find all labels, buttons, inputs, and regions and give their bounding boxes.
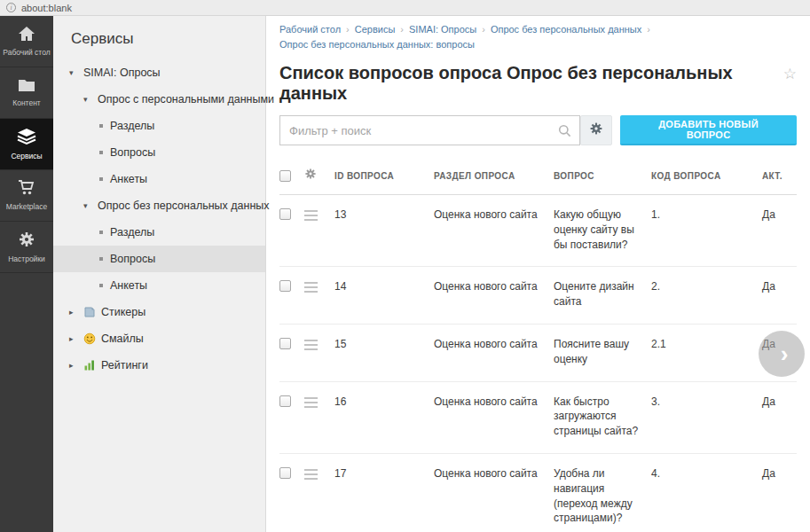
table-row[interactable]: 15 Оценка нового сайта Поясните вашу оце… [279, 325, 797, 382]
tree-item-razdely-1[interactable]: Разделы [53, 113, 265, 139]
cell-id: 15 [334, 337, 434, 352]
row-menu-icon[interactable] [304, 210, 318, 223]
table-row[interactable]: 17 Оценка нового сайта Удобна ли навигац… [279, 454, 797, 532]
select-all-checkbox[interactable] [279, 170, 291, 182]
tree-item-reitingi[interactable]: ▸ Рейтинги [53, 352, 265, 379]
row-checkbox[interactable] [279, 467, 291, 479]
cell-section: Оценка нового сайта [434, 279, 554, 294]
filter-search-box [279, 115, 580, 145]
chevron-right-icon: › [775, 342, 789, 365]
bullet-icon [99, 231, 103, 234]
header-gear-icon[interactable] [304, 168, 334, 184]
sidebar-item-services[interactable]: Сервисы [0, 119, 53, 170]
tree-item-ankety-1[interactable]: Анкеты [53, 166, 265, 192]
page-title: Список вопросов опроса Опрос без персона… [279, 63, 775, 104]
chevron-right-icon[interactable]: ▸ [69, 308, 79, 317]
cell-id: 16 [334, 395, 434, 410]
breadcrumb-item-simai-oprosy[interactable]: SIMAI: Опросы [409, 24, 476, 35]
table-row[interactable]: 14 Оценка нового сайта Оцените дизайн са… [279, 267, 797, 325]
sidebar-item-settings[interactable]: Настройки [0, 222, 53, 273]
cell-id: 14 [334, 279, 434, 294]
grid-settings-button[interactable] [580, 115, 613, 145]
filter-search-input[interactable] [280, 116, 579, 145]
chevron-right-icon[interactable]: ▸ [69, 361, 79, 370]
sidebar-item-marketplace[interactable]: Marketplace [0, 170, 53, 222]
cell-section: Оценка нового сайта [434, 207, 554, 223]
cell-code: 3. [651, 395, 762, 410]
chevron-down-icon[interactable]: ▾ [69, 68, 79, 77]
sidebar-item-label: Рабочий стол [3, 49, 50, 58]
cell-question: Как быстро загружаются страницы сайта? [554, 395, 651, 439]
sidebar-item-desktop[interactable]: Рабочий стол [0, 16, 53, 67]
row-menu-icon[interactable] [304, 469, 318, 482]
breadcrumb-item-desktop[interactable]: Рабочий стол [279, 24, 341, 35]
url-text: about:blank [21, 3, 72, 13]
sidebar-item-content[interactable]: Контент [0, 67, 53, 119]
row-menu-icon[interactable] [304, 397, 318, 411]
cart-icon [18, 180, 35, 199]
cell-question: Какую общую оценку сайту вы бы поставили… [554, 207, 651, 252]
tree-item-label: Рейтинги [101, 359, 148, 372]
breadcrumb-separator-icon: › [647, 24, 650, 35]
breadcrumb-item-services[interactable]: Сервисы [355, 24, 396, 35]
tree-item-stikery[interactable]: ▸ Стикеры [53, 299, 265, 325]
add-question-button[interactable]: ДОБАВИТЬ НОВЫЙ ВОПРОС [620, 115, 797, 145]
expand-panel-button[interactable]: › [759, 331, 805, 377]
bullet-icon [99, 177, 103, 181]
chevron-down-icon[interactable]: ▾ [83, 201, 93, 210]
table-header-row: ID ВОПРОСА РАЗДЕЛ ОПРОСА ВОПРОС КОД ВОПР… [279, 158, 797, 195]
tree-item-opros-bez-personal[interactable]: ▾ Опрос без персональных данных [53, 192, 265, 219]
chevron-down-icon[interactable]: ▾ [83, 95, 93, 104]
row-checkbox[interactable] [279, 208, 291, 220]
cell-active: Да [762, 207, 797, 223]
tree-item-smaily[interactable]: ▸ Смайлы [53, 325, 265, 352]
info-icon[interactable]: i [6, 3, 16, 12]
column-header-section[interactable]: РАЗДЕЛ ОПРОСА [434, 171, 554, 181]
favorite-star-icon[interactable]: ☆ [783, 65, 797, 83]
sticker-icon [83, 306, 96, 318]
tree-item-label: Вопросы [110, 146, 155, 159]
search-icon[interactable] [558, 124, 571, 141]
chevron-right-icon[interactable]: ▸ [69, 334, 79, 343]
tree-item-voprosy-2-selected[interactable]: Вопросы [53, 246, 265, 272]
tree-panel-title: Сервисы [53, 16, 265, 59]
cell-code: 2.1 [651, 337, 762, 352]
column-header-code[interactable]: КОД ВОПРОСА [651, 171, 762, 181]
tree-item-label: Разделы [110, 120, 154, 132]
page-title-row: Список вопросов опроса Опрос без персона… [266, 50, 810, 107]
row-menu-icon[interactable] [304, 340, 318, 353]
cell-question: Поясните вашу оценку [554, 337, 651, 367]
toolbar-right-controls: ДОБАВИТЬ НОВЫЙ ВОПРОС [580, 115, 797, 145]
breadcrumb-separator-icon: › [400, 24, 404, 35]
sidebar-item-label: Настройки [8, 255, 45, 264]
cell-active: Да [762, 466, 797, 481]
home-icon [18, 26, 35, 44]
tree-item-opros-personal[interactable]: ▾ Опрос с персональными данными [53, 86, 265, 113]
questions-table: ID ВОПРОСА РАЗДЕЛ ОПРОСА ВОПРОС КОД ВОПР… [279, 158, 797, 532]
tree-item-simai-oprosy[interactable]: ▾ SIMAI: Опросы [53, 59, 265, 86]
column-header-active[interactable]: АКТ. [762, 171, 797, 181]
breadcrumb-item-opros[interactable]: Опрос без персональных данных [491, 24, 641, 35]
gear-icon [18, 231, 35, 251]
bullet-icon [99, 151, 103, 154]
row-checkbox[interactable] [279, 338, 291, 349]
folder-icon [18, 78, 35, 95]
cell-code: 4. [651, 466, 762, 481]
column-header-question[interactable]: ВОПРОС [554, 171, 651, 181]
main-content: Рабочий стол › Сервисы › SIMAI: Опросы ›… [266, 16, 810, 532]
table-row[interactable]: 13 Оценка нового сайта Какую общую оценк… [279, 195, 797, 267]
cell-id: 13 [334, 207, 434, 223]
services-tree-panel: Сервисы ▾ SIMAI: Опросы ▾ Опрос с персон… [53, 16, 266, 532]
breadcrumb-current-link[interactable]: Опрос без персональных данных: вопросы [279, 39, 475, 50]
row-checkbox[interactable] [279, 280, 291, 292]
smiley-icon [83, 332, 96, 345]
tree-item-voprosy-1[interactable]: Вопросы [53, 139, 265, 166]
tree-item-label: SIMAI: Опросы [83, 66, 161, 79]
sidebar-item-label: Сервисы [11, 153, 42, 161]
column-header-id[interactable]: ID ВОПРОСА [334, 171, 434, 181]
table-row[interactable]: 16 Оценка нового сайта Как быстро загруж… [279, 382, 797, 454]
row-checkbox[interactable] [279, 395, 291, 407]
row-menu-icon[interactable] [304, 282, 318, 295]
tree-item-ankety-2[interactable]: Анкеты [53, 272, 265, 299]
tree-item-razdely-2[interactable]: Разделы [53, 219, 265, 246]
